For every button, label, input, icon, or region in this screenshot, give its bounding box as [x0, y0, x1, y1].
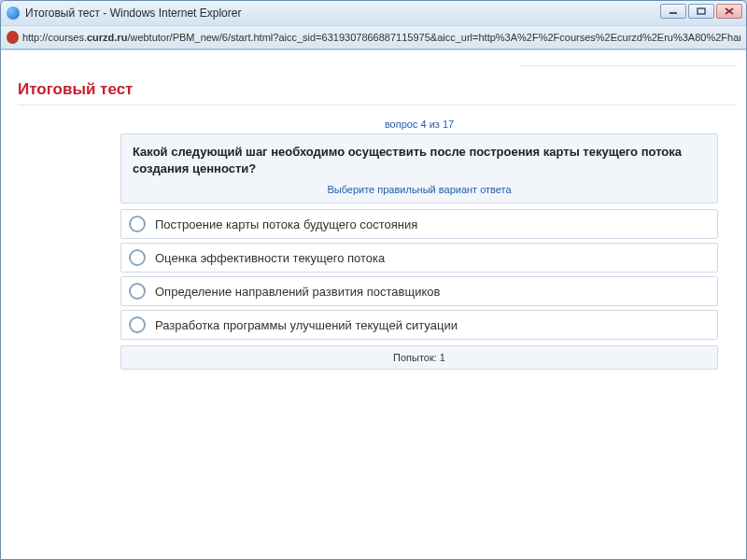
tab-strip — [18, 58, 735, 77]
minimize-button[interactable] — [660, 4, 686, 19]
page-title: Итоговый тест — [18, 80, 735, 99]
maximize-icon — [697, 7, 706, 15]
svg-rect-1 — [698, 8, 705, 14]
options-list: Построение карты потока будущего состоян… — [120, 209, 718, 340]
answer-instruction: Выберите правильный вариант ответа — [133, 184, 706, 195]
site-icon — [7, 31, 19, 44]
page-header: Итоговый тест — [18, 80, 735, 105]
window-controls — [660, 4, 742, 19]
attempts-panel: Попыток: 1 — [120, 345, 718, 370]
answer-option[interactable]: Разработка программы улучшений текущей с… — [120, 310, 718, 340]
minimize-icon — [669, 7, 678, 15]
answer-option-label: Определение направлений развития поставщ… — [155, 285, 440, 299]
answer-option[interactable]: Построение карты потока будущего состоян… — [120, 209, 718, 239]
radio-icon — [129, 249, 146, 266]
url-host: curzd.ru — [87, 32, 127, 43]
browser-window: Итоговый тест - Windows Internet Explore… — [0, 0, 747, 560]
ie-icon — [7, 7, 20, 20]
window-titlebar: Итоговый тест - Windows Internet Explore… — [1, 1, 746, 25]
radio-icon — [129, 283, 146, 300]
quiz-container: вопрос 4 из 17 Какой следующий шаг необх… — [120, 119, 718, 370]
answer-option[interactable]: Оценка эффективности текущего потока — [120, 243, 718, 273]
question-panel: Какой следующий шаг необходимо осуществи… — [120, 133, 718, 203]
radio-icon — [129, 216, 146, 232]
question-progress: вопрос 4 из 17 — [120, 119, 718, 130]
answer-option[interactable]: Определение направлений развития поставщ… — [120, 276, 718, 306]
answer-option-label: Разработка программы улучшений текущей с… — [155, 318, 458, 332]
question-text: Какой следующий шаг необходимо осуществи… — [133, 144, 706, 176]
close-icon — [725, 7, 734, 15]
url-path: /webtutor/PBM_new/6/start.html?aicc_sid=… — [127, 32, 740, 43]
answer-option-label: Построение карты потока будущего состоян… — [155, 217, 417, 231]
close-button[interactable] — [716, 4, 742, 19]
attempts-label: Попыток: 1 — [393, 352, 445, 363]
answer-option-label: Оценка эффективности текущего потока — [155, 251, 385, 265]
maximize-button[interactable] — [688, 4, 714, 19]
radio-icon — [129, 316, 146, 333]
url-text: http://courses.curzd.ru/webtutor/PBM_new… — [22, 32, 740, 43]
window-title: Итоговый тест - Windows Internet Explore… — [25, 7, 241, 20]
url-prefix: http://courses. — [22, 32, 87, 43]
address-bar[interactable]: http://courses.curzd.ru/webtutor/PBM_new… — [1, 25, 746, 49]
content-area: Итоговый тест вопрос 4 из 17 Какой следу… — [1, 49, 746, 559]
